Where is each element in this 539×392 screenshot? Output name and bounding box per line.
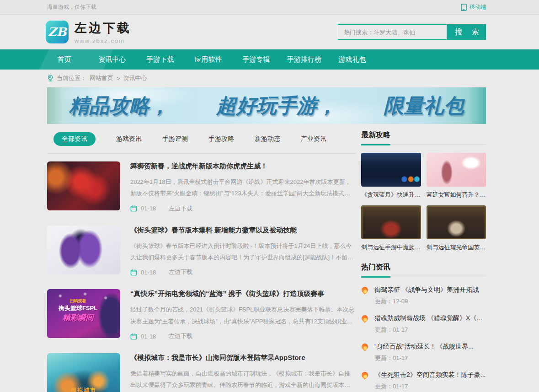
hot-news-title: “身经百战”活动延长！《战舰世界... bbox=[374, 343, 486, 351]
article-date: 01-18 bbox=[141, 205, 156, 212]
article-item: 舞狮贺新春，逆战虎年新版本助你虎虎生威！ 2022年1月18日，腾讯全模式射击平… bbox=[47, 154, 356, 218]
guide-card-image-afk-lightbearer-hero bbox=[427, 205, 486, 239]
banner-segment-1: 精品攻略， bbox=[69, 92, 170, 119]
guide-card[interactable]: 宫廷女官如何晋升？《... bbox=[427, 153, 486, 199]
tab-industry-news[interactable]: 产业资讯 bbox=[301, 135, 326, 143]
breadcrumb-current[interactable]: 资讯中心 bbox=[123, 74, 147, 82]
article-item: 模拟城市 我是市长 《模拟城市：我是市长》山海同贺版本登陆苹果AppStore … bbox=[47, 345, 356, 392]
article-item: 扫码观看 街头篮球FSPL 精彩瞬间 “真快乐”开拓电竞领域的“蓝海” 携手《街… bbox=[47, 281, 356, 345]
hot-news-item[interactable]: 御驾亲征 《战争与文明》美洲开拓战 更新：12-09 bbox=[361, 286, 486, 306]
article-source: 左边下载 bbox=[169, 332, 192, 340]
banner-calligraphy-text: 精品攻略， 超好玩手游， 限量礼包 bbox=[47, 87, 486, 124]
calendar-icon bbox=[130, 205, 137, 212]
site-logo[interactable]: ZB 左边下载 www.zbxz.com bbox=[46, 20, 131, 44]
breadcrumb-home-link[interactable]: 网站首页 bbox=[90, 74, 113, 82]
calendar-icon bbox=[130, 269, 137, 276]
article-description: 《街头篮球》春节版本已经进入倒计时阶段啦~！版本预计将于1月24日上线，那么今天… bbox=[130, 240, 356, 263]
breadcrumb-prefix: 当前位置： bbox=[57, 74, 86, 82]
hot-news-updated: 更新：12-09 bbox=[375, 297, 486, 306]
guide-card[interactable]: 剑与远征手游中魔族英... bbox=[361, 205, 421, 252]
hot-news-list: 御驾亲征 《战争与文明》美洲开拓战 更新：12-09 猎魂助威制霸战场 《猎魂觉… bbox=[361, 286, 486, 392]
section-title-latest-guides: 最新攻略 bbox=[361, 130, 486, 145]
mobile-phone-icon bbox=[461, 4, 467, 11]
banner-segment-2: 超好玩手游， bbox=[216, 92, 337, 119]
guide-card[interactable]: 《贪玩蓝月》快速升级... bbox=[361, 153, 421, 199]
hot-news-title: 猎魂助威制霸战场 《猎魂觉醒》X《真... bbox=[374, 314, 486, 322]
tab-game-news[interactable]: 游戏资讯 bbox=[116, 135, 142, 143]
sidebar: 最新攻略 《贪玩蓝月》快速升级... 宫廷女官如何晋升？《... 剑与远征手游中… bbox=[361, 130, 486, 392]
header: ZB 左边下载 www.zbxz.com 搜 索 bbox=[0, 15, 539, 49]
thumbnail-poster-text: 扫码观看 街头篮球FSPL 精彩瞬间 bbox=[52, 298, 104, 323]
article-thumbnail-fspl-esports-poster[interactable]: 扫码观看 街头篮球FSPL 精彩瞬间 bbox=[47, 289, 120, 338]
search-button[interactable]: 搜 索 bbox=[447, 24, 486, 40]
tab-new-game-updates[interactable]: 新游动态 bbox=[255, 135, 280, 143]
main-content: 全部资讯 游戏资讯 手游评测 手游攻略 新游动态 产业资讯 舞狮贺新春，逆战虎年… bbox=[0, 124, 539, 392]
news-tabs: 全部资讯 游戏资讯 手游评测 手游攻略 新游动态 产业资讯 bbox=[47, 130, 356, 154]
hot-news-item[interactable]: 猎魂助威制霸战场 《猎魂觉醒》X《真... 更新：01-17 bbox=[361, 314, 486, 334]
nav-item-home[interactable]: 首页 bbox=[40, 49, 88, 70]
article-meta: 01-18 左边下载 bbox=[130, 332, 356, 340]
breadcrumb: 当前位置： 网站首页 > 资讯中心 bbox=[0, 70, 539, 87]
flame-icon bbox=[361, 314, 369, 322]
site-slogan: 海量游戏，任你下载 bbox=[47, 3, 96, 11]
article-description: 经过了数个月的苦战，2021《街头篮球》FSPL职业联赛总决赛完美落下帷幕。本次… bbox=[130, 304, 356, 327]
hot-news-item[interactable]: “身经百战”活动延长！《战舰世界... 更新：01-17 bbox=[361, 343, 486, 362]
article-title-link[interactable]: 舞狮贺新春，逆战虎年新版本助你虎虎生威！ bbox=[130, 162, 356, 171]
nav-item-mobile-downloads[interactable]: 手游下载 bbox=[136, 49, 184, 70]
nav-item-software[interactable]: 应用软件 bbox=[184, 49, 232, 70]
guide-card[interactable]: 剑与远征耀光帝国英雄... bbox=[427, 205, 486, 252]
hot-news-title: 御驾亲征 《战争与文明》美洲开拓战 bbox=[374, 286, 486, 294]
nav-item-game-albums[interactable]: 手游专辑 bbox=[232, 49, 280, 70]
tab-all-news[interactable]: 全部资讯 bbox=[53, 132, 96, 146]
guide-card-caption: 剑与远征手游中魔族英... bbox=[361, 243, 421, 252]
guide-card-image-palace-lady bbox=[427, 153, 486, 187]
guide-card-caption: 宫廷女官如何晋升？《... bbox=[427, 191, 486, 199]
location-pin-icon bbox=[47, 75, 53, 82]
article-description: 凭借着精美写实的画面，自由度极高的城市订制玩法，《模拟城市：我是市长》自推出以来… bbox=[130, 368, 356, 391]
breadcrumb-separator: > bbox=[117, 75, 120, 82]
article-source: 左边下载 bbox=[169, 268, 192, 276]
latest-guides-grid: 《贪玩蓝月》快速升级... 宫廷女官如何晋升？《... 剑与远征手游中魔族英..… bbox=[361, 153, 486, 252]
guide-card-image-tanwan-lanyue bbox=[361, 153, 421, 187]
nav-item-rankings[interactable]: 手游排行榜 bbox=[280, 49, 328, 70]
hot-news-item[interactable]: 《生死狙击2》空间音频实装！陈子豪... 更新：01-17 bbox=[361, 371, 486, 391]
guide-card-caption: 《贪玩蓝月》快速升级... bbox=[361, 191, 421, 199]
poster-title-line: 街头篮球FSPL bbox=[52, 304, 104, 312]
nav-item-news-center[interactable]: 资讯中心 bbox=[88, 49, 136, 70]
article-source: 左边下载 bbox=[169, 204, 192, 213]
promo-banner[interactable]: 精品攻略， 超好玩手游， 限量礼包 bbox=[47, 87, 486, 124]
article-title-link[interactable]: “真快乐”开拓电竞领域的“蓝海” 携手《街头篮球》打造顶级赛事 bbox=[130, 290, 356, 298]
logo-zb-icon: ZB bbox=[46, 21, 69, 43]
mobile-site-label: 移动端 bbox=[470, 3, 486, 11]
article-description: 2022年1月18日，腾讯全模式射击平台网游《逆战》正式迎来2022年首次版本更… bbox=[130, 176, 356, 199]
article-date: 01-18 bbox=[141, 269, 156, 276]
tab-game-guides[interactable]: 手游攻略 bbox=[208, 135, 234, 143]
thumbnail-game-logo-text: 模拟城市 我是市长 bbox=[47, 387, 120, 392]
article-thumbnail-lion-dance[interactable] bbox=[47, 161, 120, 210]
article-date: 01-18 bbox=[141, 333, 156, 340]
article-thumbnail-simcity[interactable]: 模拟城市 我是市长 bbox=[47, 353, 120, 392]
poster-highlight-line: 精彩瞬间 bbox=[52, 312, 104, 323]
poster-scan-label: 扫码观看 bbox=[52, 298, 104, 304]
flame-icon bbox=[361, 371, 369, 379]
search-input[interactable] bbox=[338, 24, 447, 40]
mobile-site-link[interactable]: 移动端 bbox=[461, 3, 486, 11]
site-url: www.zbxz.com bbox=[75, 38, 131, 44]
hot-news-updated: 更新：01-17 bbox=[375, 326, 486, 334]
article-column: 全部资讯 游戏资讯 手游评测 手游攻略 新游动态 产业资讯 舞狮贺新春，逆战虎年… bbox=[47, 130, 356, 392]
guide-card-caption: 剑与远征耀光帝国英雄... bbox=[427, 243, 486, 252]
hot-news-updated: 更新：01-17 bbox=[375, 354, 486, 362]
nav-item-gift-packs[interactable]: 游戏礼包 bbox=[328, 49, 376, 70]
tab-game-reviews[interactable]: 手游评测 bbox=[162, 135, 188, 143]
site-name: 左边下载 bbox=[75, 20, 131, 36]
article-item: 《街头篮球》春节版本爆料 新增能力徽章以及被动技能 《街头篮球》春节版本已经进入… bbox=[47, 218, 356, 282]
search-bar: 搜 索 bbox=[338, 24, 486, 40]
article-title-link[interactable]: 《街头篮球》春节版本爆料 新增能力徽章以及被动技能 bbox=[130, 226, 356, 235]
hot-news-title: 《生死狙击2》空间音频实装！陈子豪... bbox=[374, 371, 486, 379]
game-logo-brand: 模拟城市 bbox=[47, 387, 120, 392]
article-thumbnail-street-basketball-characters[interactable] bbox=[47, 226, 120, 274]
article-title-link[interactable]: 《模拟城市：我是市长》山海同贺版本登陆苹果AppStore bbox=[130, 354, 356, 362]
topbar: 海量游戏，任你下载 移动端 bbox=[0, 0, 539, 15]
article-meta: 01-18 左边下载 bbox=[130, 268, 356, 276]
banner-segment-3: 限量礼包 bbox=[384, 92, 464, 119]
